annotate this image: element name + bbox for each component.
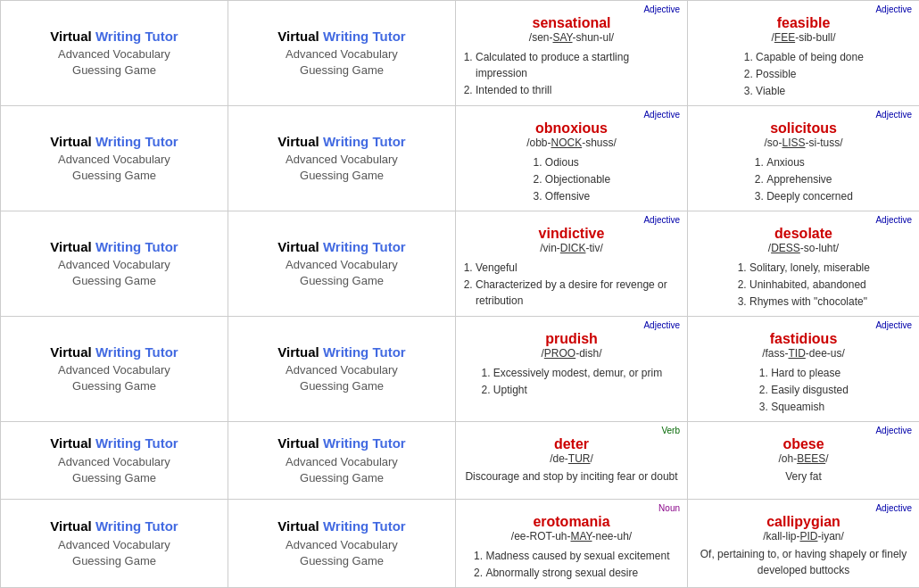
definition-item: Uninhabited, abandoned: [749, 277, 870, 293]
definition-item: Offensive: [545, 188, 610, 204]
vwt-virtual: Virtual: [277, 29, 323, 44]
vwt-writing: Writing Tutor: [323, 518, 406, 534]
pronunciation: /FEE-sib-bull/: [771, 31, 835, 44]
word-title: callipygian: [766, 514, 840, 530]
vocabulary-word-cell: Adjectivefeasible/FEE-sib-bull/Capable o…: [688, 1, 919, 106]
part-of-speech: Adjective: [875, 320, 912, 330]
vwt-subtitle: Advanced VocabularyGuessing Game: [58, 257, 170, 289]
word-title: fastidious: [770, 331, 838, 347]
definition-item: Solitary, lonely, miserable: [749, 260, 870, 276]
vwt-title: Virtual Writing Tutor: [50, 435, 178, 452]
vwt-logo-cell: Virtual Writing Tutor Advanced Vocabular…: [1, 1, 228, 106]
vwt-writing: Writing Tutor: [95, 239, 178, 254]
vwt-writing: Writing Tutor: [323, 239, 406, 254]
vocabulary-word-cell: Adjectivecallipygian/kall-lip-PID-iyan/O…: [688, 500, 919, 588]
definition-item: Anxious: [766, 154, 853, 170]
definition-item: Objectionable: [545, 171, 610, 187]
vwt-logo-cell: Virtual Writing Tutor Advanced Vocabular…: [228, 422, 456, 500]
vwt-title: Virtual Writing Tutor: [277, 238, 405, 256]
vwt-writing: Writing Tutor: [95, 435, 178, 451]
pronunciation: /so-LISS-si-tuss/: [764, 137, 842, 149]
stress-syllable: LISS: [782, 137, 806, 149]
vwt-subtitle: Advanced VocabularyGuessing Game: [286, 257, 398, 289]
part-of-speech: Verb: [661, 426, 680, 435]
vwt-title: Virtual Writing Tutor: [277, 28, 405, 46]
definitions: Discourage and stop by inciting fear or …: [465, 468, 677, 484]
word-title: deter: [554, 436, 589, 452]
vwt-subtitle: Advanced VocabularyGuessing Game: [58, 46, 170, 79]
vwt-logo-cell: Virtual Writing Tutor Advanced Vocabular…: [228, 106, 456, 211]
part-of-speech: Adjective: [643, 215, 680, 225]
vocabulary-word-cell: Verbdeter/de-TUR/Discourage and stop by …: [456, 422, 688, 500]
vwt-subtitle: Advanced VocabularyGuessing Game: [58, 454, 170, 486]
vocabulary-word-cell: Adjectivevindictive/vin-DICK-tiv/Vengefu…: [456, 211, 688, 317]
part-of-speech: Adjective: [875, 426, 912, 435]
vocabulary-word-cell: Adjectivesolicitous/so-LISS-si-tuss/Anxi…: [688, 106, 919, 211]
vwt-virtual: Virtual: [277, 134, 323, 149]
definitions: Solitary, lonely, miserableUninhabited, …: [737, 258, 870, 311]
stress-syllable: PID: [799, 530, 817, 542]
vwt-subtitle: Advanced VocabularyGuessing Game: [286, 46, 398, 79]
word-title: obese: [782, 436, 824, 452]
vocabulary-word-cell: Adjectiveprudish/PROO-dish/Excessively m…: [456, 317, 688, 422]
stress-syllable: DICK: [560, 242, 586, 254]
vwt-title: Virtual Writing Tutor: [50, 28, 178, 46]
definition-item: Apprehensive: [766, 171, 853, 187]
definition-item: Calculated to produce a startling impres…: [476, 49, 680, 81]
vwt-logo-cell: Virtual Writing Tutor Advanced Vocabular…: [1, 500, 228, 588]
definition-item: Easily disgusted: [771, 382, 849, 398]
vwt-title: Virtual Writing Tutor: [277, 518, 405, 535]
word-title: solicitous: [770, 120, 837, 137]
vwt-title: Virtual Writing Tutor: [50, 344, 178, 361]
vwt-virtual: Virtual: [50, 239, 95, 254]
definition-item: Odious: [545, 154, 610, 170]
part-of-speech: Adjective: [875, 215, 912, 225]
vwt-virtual: Virtual: [277, 435, 323, 451]
definitions: Of, pertaining to, or having shapely or …: [695, 546, 912, 578]
part-of-speech: Adjective: [643, 320, 680, 330]
pronunciation: /PROO-dish/: [541, 347, 601, 360]
pronunciation: /obb-NOCK-shuss/: [526, 137, 617, 149]
vwt-subtitle: Advanced VocabularyGuessing Game: [286, 454, 398, 486]
vwt-logo-cell: Virtual Writing Tutor Advanced Vocabular…: [228, 317, 456, 422]
vwt-logo-cell: Virtual Writing Tutor Advanced Vocabular…: [228, 211, 456, 317]
word-title: desolate: [774, 226, 832, 242]
vwt-writing: Writing Tutor: [95, 518, 178, 534]
vwt-logo-cell: Virtual Writing Tutor Advanced Vocabular…: [228, 500, 456, 588]
part-of-speech: Adjective: [875, 503, 912, 513]
part-of-speech: Adjective: [643, 110, 680, 120]
vocabulary-word-cell: Nounerotomania/ee-ROT-uh-MAY-nee-uh/Madn…: [456, 500, 688, 588]
definition-item: Uptight: [493, 382, 662, 398]
vwt-title: Virtual Writing Tutor: [50, 238, 178, 256]
pronunciation: /kall-lip-PID-iyan/: [763, 530, 844, 542]
stress-syllable: MAY: [570, 530, 592, 542]
word-title: vindictive: [539, 226, 605, 242]
vwt-logo-cell: Virtual Writing Tutor Advanced Vocabular…: [1, 211, 228, 317]
pronunciation: /sen-SAY-shun-ul/: [529, 31, 614, 44]
vwt-virtual: Virtual: [50, 518, 95, 534]
vwt-subtitle: Advanced VocabularyGuessing Game: [286, 537, 398, 569]
word-title: feasible: [777, 15, 831, 31]
vwt-logo-cell: Virtual Writing Tutor Advanced Vocabular…: [1, 422, 228, 500]
vwt-subtitle: Advanced VocabularyGuessing Game: [286, 362, 398, 394]
vwt-subtitle: Advanced VocabularyGuessing Game: [58, 362, 170, 394]
definitions: Hard to pleaseEasily disgustedSqueamish: [758, 363, 849, 416]
part-of-speech: Adjective: [643, 4, 680, 14]
stress-syllable: NOCK: [551, 137, 583, 149]
vwt-logo-cell: Virtual Writing Tutor Advanced Vocabular…: [1, 317, 228, 422]
vwt-subtitle: Advanced VocabularyGuessing Game: [58, 537, 170, 569]
definition-item: Hard to please: [771, 365, 849, 381]
pronunciation: /fass-TID-dee-us/: [762, 347, 845, 360]
stress-syllable: DESS: [771, 242, 800, 254]
definitions: Capable of being donePossibleViable: [743, 47, 864, 100]
vwt-title: Virtual Writing Tutor: [277, 435, 405, 452]
part-of-speech: Adjective: [875, 4, 912, 14]
part-of-speech: Noun: [658, 503, 680, 513]
vwt-logo-cell: Virtual Writing Tutor Advanced Vocabular…: [1, 106, 228, 211]
word-title: sensational: [532, 15, 610, 31]
definition-item: Squeamish: [771, 399, 849, 415]
part-of-speech: Adjective: [875, 110, 912, 120]
pronunciation: /vin-DICK-tiv/: [540, 242, 603, 254]
vwt-title: Virtual Writing Tutor: [50, 518, 178, 535]
vwt-title: Virtual Writing Tutor: [277, 133, 405, 151]
